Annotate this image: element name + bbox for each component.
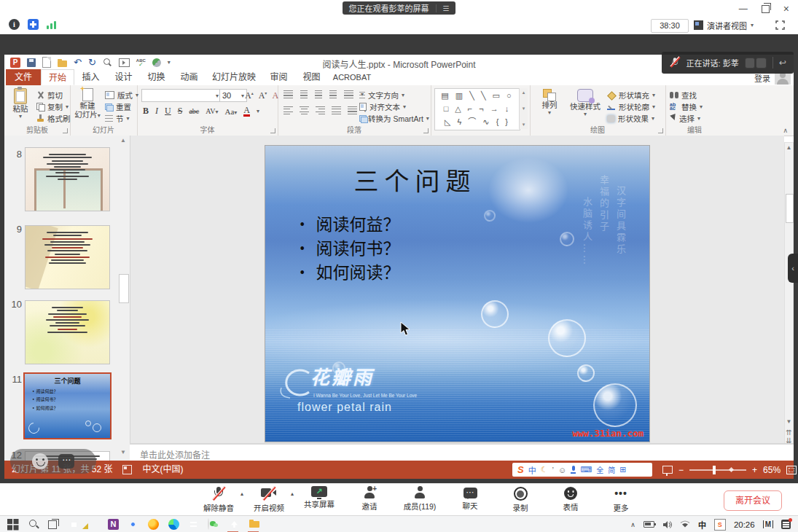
ime-fullwidth-icon[interactable]: 全 xyxy=(596,464,603,475)
notes-placeholder[interactable]: 单击此处添加备注 xyxy=(140,448,210,461)
caret-up-icon[interactable]: ▴ xyxy=(240,490,243,497)
tab-design[interactable]: 设计 xyxy=(107,69,140,85)
new-slide-button[interactable]: 新建 幻灯片▾ xyxy=(73,88,102,120)
dialog-launcher-icon[interactable] xyxy=(270,128,275,133)
tab-transitions[interactable]: 切换 xyxy=(140,69,173,85)
leave-meeting-button[interactable]: 离开会议 xyxy=(724,490,782,511)
save-icon[interactable] xyxy=(27,58,36,67)
invite-button[interactable]: + 邀请 xyxy=(349,486,390,513)
sidebar-collapse-tab[interactable]: ‹ xyxy=(788,254,798,283)
align-center-icon[interactable] xyxy=(300,106,309,114)
shape-fill-button[interactable]: 形状填充▾ xyxy=(607,90,655,101)
more-button[interactable]: ••• 更多 xyxy=(601,486,641,513)
tab-home[interactable]: 开始 xyxy=(41,69,74,85)
cut-button[interactable]: 剪切 xyxy=(36,90,63,101)
zoom-slider[interactable] xyxy=(689,469,746,471)
sign-in-link[interactable]: 登录 xyxy=(754,72,770,84)
align-right-icon[interactable] xyxy=(316,106,325,114)
tab-view[interactable]: 视图 xyxy=(295,69,328,85)
tray-expand-icon[interactable]: ∧ xyxy=(630,521,635,528)
layout-button[interactable]: 版式▾ xyxy=(105,90,138,101)
onenote-icon[interactable]: N xyxy=(108,519,119,530)
wifi-icon[interactable] xyxy=(680,520,690,528)
zoom-slider-thumb[interactable] xyxy=(713,466,716,474)
slide-canvas[interactable]: 幸福的引子 汉字间具霖乐 水脑诱人…… 三个问题 •阅读何益？ •阅读何书？ •… xyxy=(265,145,650,442)
thumbnail-slide-10[interactable] xyxy=(25,300,110,364)
record-button[interactable]: 录制 xyxy=(500,486,541,513)
italic-button[interactable]: I xyxy=(155,106,158,117)
thumbnail-slide-9[interactable] xyxy=(25,225,110,289)
edge-icon[interactable] xyxy=(168,519,179,530)
previous-slide-icon[interactable]: ⇈ xyxy=(785,429,793,437)
main-scrollbar[interactable]: ▲ ▼ ⇈ ⇊ xyxy=(784,142,794,445)
clock[interactable]: 20:26 xyxy=(734,520,755,529)
spellcheck-icon[interactable]: ABC✓ xyxy=(136,58,146,67)
line-spacing-icon[interactable] xyxy=(344,90,353,98)
format-painter-button[interactable]: 格式刷 xyxy=(36,113,71,124)
zoom-out-icon[interactable]: − xyxy=(678,465,684,475)
strikethrough-button[interactable]: S xyxy=(178,106,183,117)
redo-icon[interactable]: ↻ xyxy=(88,58,96,67)
gallery-more-icon[interactable]: ▾ xyxy=(523,122,525,128)
font-name-combo[interactable]: ▾ xyxy=(141,89,222,102)
dialog-launcher-icon[interactable] xyxy=(658,128,663,133)
banner-menu-icon[interactable]: ☰ xyxy=(436,4,450,12)
font-color-button[interactable]: A xyxy=(243,106,250,117)
ime-simplified-icon[interactable]: 简 xyxy=(608,464,615,475)
shapes-gallery[interactable]: ▤ ▥ ╲ ╲ ▭ ○ □ △ ⌐ ¬ → ↓ ◺ ϟ ⌒ ∿ { } xyxy=(434,88,520,130)
dialog-launcher-icon[interactable] xyxy=(423,128,429,133)
firefox-icon[interactable] xyxy=(148,519,159,530)
reactions-button[interactable]: 表情 xyxy=(550,486,591,513)
slideshow-icon[interactable] xyxy=(119,58,130,67)
print-preview-icon[interactable] xyxy=(103,58,112,67)
justify-icon[interactable] xyxy=(332,106,341,114)
language-indicator[interactable]: 中文(中国) xyxy=(142,461,183,479)
ime-mic-icon[interactable] xyxy=(571,466,576,474)
ime-moon-icon[interactable]: ☾ xyxy=(541,465,548,474)
select-button[interactable]: 选择▾ xyxy=(670,113,700,124)
fit-to-window-icon[interactable] xyxy=(786,466,797,474)
collapse-overlay-icon[interactable]: ↩ xyxy=(779,58,786,68)
tab-acrobat[interactable]: ACROBAT xyxy=(328,69,376,85)
tab-animations[interactable]: 动画 xyxy=(173,69,206,85)
notes-pane[interactable]: 单击此处添加备注 xyxy=(130,443,794,462)
slideshow-view-icon[interactable] xyxy=(662,466,673,474)
tab-insert[interactable]: 插入 xyxy=(74,69,107,85)
shape-outline-button[interactable]: 形状轮廓▾ xyxy=(607,101,655,112)
speaking-overlay[interactable]: 正在讲话: 彭莘 ↩ xyxy=(662,52,794,74)
fullscreen-icon[interactable] xyxy=(775,20,785,32)
slide-bullet-list[interactable]: •阅读何益？ •阅读何书？ •如何阅读？ xyxy=(299,213,399,285)
caret-down-icon[interactable]: ▾ xyxy=(523,106,525,112)
collapse-ribbon-icon[interactable]: ∧ xyxy=(783,127,788,134)
presenter-view-dropdown[interactable]: 演讲者视图 ▾ xyxy=(694,19,754,31)
caret-up-icon[interactable]: ▴ xyxy=(291,490,294,497)
shadow-button[interactable]: abc xyxy=(189,107,199,115)
decrease-indent-icon[interactable] xyxy=(315,90,322,98)
reaction-overlay[interactable]: ⋯ xyxy=(10,449,96,474)
qat-addin-icon[interactable] xyxy=(152,58,161,67)
bullets-icon[interactable] xyxy=(283,90,293,98)
ime-mode-icon[interactable]: M xyxy=(763,520,773,528)
ime-grid-icon[interactable]: ⊞ xyxy=(619,465,626,474)
slide-thumbnail-panel[interactable]: 8 9 10 11 三个问题 • 阅读何益？ • 阅读何书？ • 如何阅读？ xyxy=(4,136,130,461)
caret-up-icon[interactable]: ▴ xyxy=(523,90,525,95)
unmute-button[interactable]: 解除静音 ▴ xyxy=(198,486,239,513)
section-button[interactable]: 节▾ xyxy=(105,113,130,124)
paste-button[interactable]: 粘贴 ▾ xyxy=(7,88,34,120)
notification-center-icon[interactable] xyxy=(781,520,791,529)
ime-language-icon[interactable]: 中 xyxy=(698,519,706,531)
panel-scrollbar-thumb[interactable] xyxy=(119,274,129,303)
chat-button[interactable]: ⋯ 聊天 xyxy=(450,486,490,513)
increase-indent-icon[interactable] xyxy=(329,90,337,98)
find-button[interactable]: 查找 xyxy=(670,90,697,101)
members-button[interactable]: 成员(119) xyxy=(399,486,440,513)
reaction-chat-icon[interactable]: ⋯ xyxy=(58,454,74,469)
arrange-button[interactable]: 排列 ▾ xyxy=(536,89,563,116)
slide-title[interactable]: 三个问题 xyxy=(265,162,565,197)
battery-icon[interactable] xyxy=(644,521,654,528)
quick-styles-button[interactable]: 快速样式 ▾ xyxy=(566,89,604,117)
replace-button[interactable]: abac替换▾ xyxy=(670,101,703,112)
undo-icon[interactable]: ↶ xyxy=(74,58,82,67)
shapes-scrollbar[interactable]: ▴ ▾ ▾ xyxy=(519,88,528,129)
bold-button[interactable]: B xyxy=(143,106,149,117)
